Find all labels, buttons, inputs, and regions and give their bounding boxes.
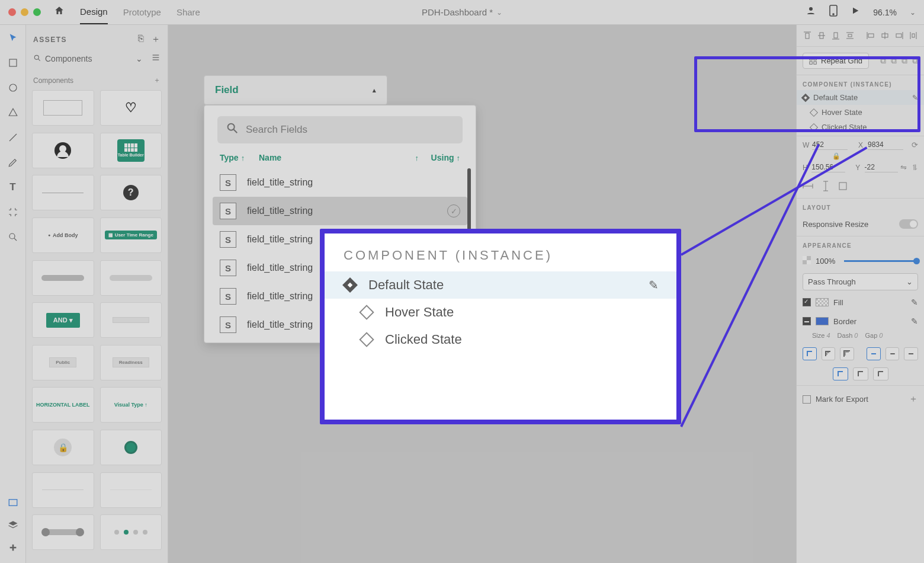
asset-thumb[interactable]: ?: [100, 175, 162, 210]
flip-v-icon[interactable]: ⥮: [912, 163, 918, 172]
user-icon[interactable]: [806, 5, 816, 19]
rectangle-tool-icon[interactable]: [7, 57, 19, 69]
zoom-tool-icon[interactable]: [7, 231, 19, 243]
col-type[interactable]: Type↑: [220, 153, 259, 162]
callout-state-hover[interactable]: Hover State: [325, 299, 676, 326]
stroke-outer-icon[interactable]: [840, 347, 854, 360]
join-round-icon[interactable]: [853, 367, 868, 380]
chevron-down-icon[interactable]: ⌄: [910, 8, 916, 17]
export-checkbox[interactable]: [803, 395, 811, 404]
list-view-icon[interactable]: [151, 53, 161, 65]
play-icon[interactable]: [851, 6, 860, 18]
asset-thumb[interactable]: [32, 472, 94, 508]
align-top-icon[interactable]: [803, 31, 812, 40]
asset-thumb[interactable]: [100, 260, 162, 296]
asset-thumb[interactable]: [32, 260, 94, 296]
border-checkbox[interactable]: [803, 317, 811, 325]
select-tool-icon[interactable]: [7, 32, 19, 44]
opacity-value[interactable]: 100%: [816, 257, 839, 265]
border-swatch[interactable]: [816, 317, 829, 325]
lock-aspect-icon[interactable]: 🔒: [797, 152, 924, 160]
scroll-none-icon[interactable]: [838, 181, 848, 193]
align-vmid-icon[interactable]: [817, 31, 826, 40]
pen-tool-icon[interactable]: [7, 156, 19, 168]
y-input[interactable]: -22: [865, 162, 899, 172]
text-tool-icon[interactable]: T: [7, 181, 19, 193]
blend-mode-select[interactable]: Pass Through⌄: [803, 273, 918, 290]
asset-thumb[interactable]: 🔒: [32, 430, 94, 465]
cap-square-icon[interactable]: [904, 347, 918, 360]
search-input-field[interactable]: [246, 124, 454, 136]
field-row[interactable]: Sfield_title_string: [204, 168, 476, 197]
field-dropdown[interactable]: Field ▴: [204, 75, 387, 105]
stroke-center-icon[interactable]: [822, 347, 836, 360]
asset-thumb[interactable]: Visual Type ↑: [100, 387, 162, 423]
join-miter-icon[interactable]: [833, 367, 848, 380]
col-using[interactable]: Using↑: [419, 153, 460, 162]
asset-thumb[interactable]: [32, 514, 94, 550]
rotate-icon[interactable]: ⟳: [912, 140, 918, 149]
add-component-icon[interactable]: ＋: [153, 75, 161, 85]
asset-thumb[interactable]: Readiness: [100, 345, 162, 380]
asset-thumb[interactable]: [100, 430, 162, 465]
tab-prototype[interactable]: Prototype: [123, 0, 161, 24]
scroll-v-icon[interactable]: [822, 181, 830, 193]
callout-state-default[interactable]: Default State ✎: [325, 271, 676, 299]
asset-thumb[interactable]: [100, 472, 162, 508]
asset-thumb[interactable]: Table Builder: [100, 133, 162, 168]
zoom-value[interactable]: 96.1%: [873, 8, 897, 17]
tab-design[interactable]: Design: [80, 0, 108, 24]
minimize-window-icon[interactable]: [21, 8, 28, 16]
asset-thumb[interactable]: [100, 514, 162, 550]
eyedropper-icon[interactable]: ✎: [911, 298, 918, 307]
distribute-h-icon[interactable]: [909, 31, 918, 40]
device-icon[interactable]: [829, 5, 838, 20]
responsive-toggle[interactable]: [899, 219, 918, 229]
asset-thumb[interactable]: [32, 90, 94, 126]
distribute-v-icon[interactable]: [845, 31, 855, 40]
asset-thumb[interactable]: HORIZONTAL LABEL: [32, 387, 94, 423]
polygon-tool-icon[interactable]: [7, 107, 19, 119]
align-right-icon[interactable]: [894, 31, 904, 40]
align-left-icon[interactable]: [866, 31, 875, 40]
stroke-inner-icon[interactable]: [803, 347, 817, 360]
asset-thumb[interactable]: ▦User Time Range: [100, 217, 162, 253]
asset-thumb[interactable]: AND ▾: [32, 302, 94, 338]
asset-thumb[interactable]: ●Add Body: [32, 217, 94, 253]
assets-tab-icon[interactable]: [7, 497, 19, 508]
flip-h-icon[interactable]: ⇋: [900, 163, 907, 172]
opacity-slider[interactable]: [844, 260, 918, 262]
col-name[interactable]: Name↑: [259, 153, 419, 162]
fill-swatch[interactable]: [816, 298, 829, 306]
align-bottom-icon[interactable]: [831, 31, 840, 40]
plugins-tab-icon[interactable]: [7, 542, 19, 554]
document-title[interactable]: PDH-Dashboard * ⌄: [422, 7, 502, 17]
asset-thumb[interactable]: [100, 302, 162, 338]
zoom-window-icon[interactable]: [33, 8, 41, 16]
asset-thumb[interactable]: ♡: [100, 90, 162, 126]
artboard-tool-icon[interactable]: [7, 206, 19, 218]
add-asset-icon[interactable]: ＋: [151, 33, 161, 46]
cap-round-icon[interactable]: [886, 347, 900, 360]
join-bevel-icon[interactable]: [873, 367, 888, 380]
cap-butt-icon[interactable]: [867, 347, 881, 360]
line-tool-icon[interactable]: [7, 132, 19, 143]
layers-tab-icon[interactable]: [7, 519, 19, 531]
asset-thumb[interactable]: Public: [32, 345, 94, 380]
add-export-icon[interactable]: ＋: [909, 393, 918, 405]
x-input[interactable]: 9834: [868, 140, 903, 150]
edit-icon[interactable]: ✎: [649, 278, 659, 292]
link-assets-icon[interactable]: ⎘: [138, 33, 144, 46]
fill-checkbox[interactable]: [803, 298, 811, 306]
align-hmid-icon[interactable]: [880, 31, 890, 40]
callout-state-clicked[interactable]: Clicked State: [325, 326, 676, 353]
eyedropper-icon[interactable]: ✎: [911, 316, 918, 326]
home-icon[interactable]: [54, 5, 65, 19]
ellipse-tool-icon[interactable]: [7, 82, 19, 94]
search-input[interactable]: [217, 116, 463, 143]
asset-thumb[interactable]: [32, 175, 94, 210]
assets-filter-select[interactable]: Components ⌄: [45, 54, 143, 63]
field-row[interactable]: Sfield_title_string✓: [213, 197, 467, 225]
asset-thumb[interactable]: [32, 133, 94, 168]
tab-share[interactable]: Share: [177, 0, 200, 24]
